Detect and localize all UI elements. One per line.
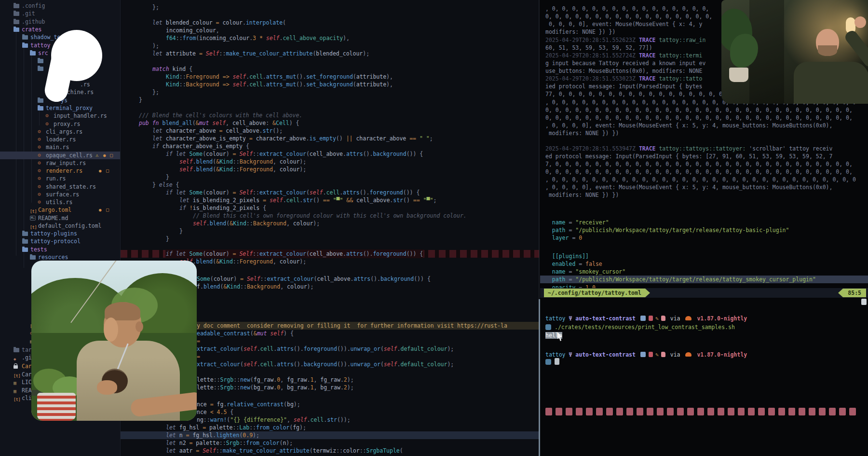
code-line[interactable]: let is_blending_2_pixels = self.cell.str…: [121, 196, 539, 204]
code-line[interactable]: }: [121, 227, 539, 235]
tree-item-proxy-rs[interactable]: ⚙proxy.rs: [0, 120, 121, 128]
tree-item-readme-md[interactable]: M↓README.md: [0, 214, 121, 222]
tree-item-surface-rs[interactable]: ⚙surface.rs: [0, 191, 121, 198]
code-line[interactable]: let attribute = Self::make_true_colour_a…: [121, 50, 539, 57]
pane-divider-scrollbar[interactable]: [539, 299, 540, 456]
code-line[interactable]: let aatr = Self::make_true_colour_attrib…: [121, 447, 539, 455]
striped-flower-pot: [37, 393, 76, 421]
colour-swatch: [829, 408, 836, 415]
tree-item-tattoy-plugins[interactable]: tattoy-plugins: [0, 230, 121, 237]
colour-swatch: [799, 408, 805, 415]
tree-item-tests[interactable]: tests: [0, 246, 121, 253]
code-line[interactable]: }: [121, 173, 539, 181]
tree-item-resources[interactable]: resources: [0, 253, 121, 261]
warn-badge-icon: ⚠: [95, 152, 98, 159]
scrollbar-thumb[interactable]: [861, 299, 867, 305]
tree-item-github[interactable]: .github: [0, 18, 121, 26]
rust-icon: ⚙: [38, 192, 41, 197]
tree-item-run-rs[interactable]: ⚙run.rs: [0, 175, 121, 182]
tree-item-label: opaque_cell.rs: [46, 152, 93, 159]
statusline-position: 85:5: [843, 289, 866, 297]
code-line[interactable]: if let Some(colour) = Self::extract_colo…: [121, 250, 539, 258]
code-line[interactable]: );: [121, 42, 539, 50]
tree-item-config[interactable]: .config: [0, 2, 121, 10]
tree-item-loader-rs[interactable]: ⚙loader.rs: [0, 136, 121, 143]
tree-item-label: Cargo.toml: [38, 206, 71, 214]
colour-swatch: [697, 408, 704, 415]
code-line[interactable]: }: [121, 96, 539, 104]
shell-cursor-line[interactable]: [545, 358, 559, 366]
tree-item-cli-args-rs[interactable]: ⚙cli_args.rs: [0, 128, 121, 136]
colour-swatch: [566, 408, 572, 415]
rust-icon: ⚙: [38, 168, 41, 173]
code-line[interactable]: Kind::Foreground => self.cell.attrs_mut(…: [121, 73, 539, 81]
block-cursor: [555, 358, 559, 365]
terminal-line: layer = 0: [545, 234, 582, 242]
tree-item-tattoy-protocol[interactable]: tattoy-protocol: [0, 237, 121, 245]
terminal-line: 2025-04-29T20:28:51.552724Z TRACE tattoy…: [545, 52, 702, 59]
terminal-line: 2025-04-29T20:28:51.553023Z TRACE tattoy…: [545, 75, 702, 83]
code-line[interactable]: let character_above = cell_above.str();: [121, 127, 539, 135]
code-line[interactable]: self.blend(&Kind::Background, colour);: [121, 158, 539, 166]
terminal-line: 60, 51, 53, 59, 53, 59, 52, 77]): [545, 44, 652, 52]
colour-swatch: [637, 408, 643, 415]
colour-swatch: [758, 408, 765, 415]
shell-prompt[interactable]: tattoy Ψ auto-text-contrast ✎ via v1.87.…: [545, 315, 747, 322]
code-line[interactable]: f64::from(incoming_colour.3 * self.cell_…: [121, 34, 539, 42]
code-line[interactable]: /// Blend the cell's colours with the ce…: [121, 111, 539, 119]
code-line[interactable]: // Blend this cell's own foreground colo…: [121, 212, 539, 220]
blob-join: [52, 41, 83, 71]
tree-item-renderer-rs[interactable]: ⚙renderer.rs●□: [0, 167, 121, 175]
tree-item-default-config-toml[interactable]: [t]default_config.toml: [0, 222, 121, 230]
code-line[interactable]: };: [121, 88, 539, 96]
code-line[interactable]: if let Some(colour) = Self::extract_colo…: [121, 150, 539, 158]
rust-icon: ⚙: [38, 137, 41, 142]
code-line[interactable]: };: [121, 3, 539, 11]
code-line[interactable]: self.blend(&Kind::Background, colour);: [121, 220, 539, 227]
tree-item-raw-input-rs[interactable]: ⚙raw_input.rs: [0, 159, 121, 167]
terminal-line: 0, 0, 0, 0, 0, 0, 0, 0, 0, 0, 0, 0, 0, 0…: [545, 13, 712, 20]
tree-item-label: cli_args.rs: [46, 128, 82, 136]
tree-item-cargo-toml[interactable]: [t]Cargo.toml●□: [0, 206, 121, 214]
folder-open-icon: [38, 106, 43, 111]
tree-item-opaque-cell-rs[interactable]: ⚙opaque_cell.rs⚠●□: [0, 152, 121, 159]
code-line[interactable]: self.blend(&Kind::Foreground, colour);: [121, 166, 539, 173]
code-line[interactable]: incoming_colour,: [121, 27, 539, 34]
shell-command[interactable]: ./crates/tests/resources/print_low_contr…: [545, 323, 735, 331]
terminal-line: g input because Tattoy received a known …: [545, 59, 705, 67]
code-line[interactable]: let fg_hsl = palette::Lab::from_color(fg…: [121, 424, 539, 431]
code-line[interactable]: if character_above_is_empty {: [121, 142, 539, 150]
shell-prompt[interactable]: tattoy Ψ auto-text-contrast ✎ via v1.87.…: [545, 351, 747, 359]
code-line[interactable]: let blended_colour = colour.interpolate(: [121, 19, 539, 27]
tree-item-input-handler-rs[interactable]: ⚙input_handler.rs: [0, 112, 121, 120]
code-line[interactable]: } else {: [121, 181, 539, 189]
colour-swatch: [667, 408, 674, 415]
code-line[interactable]: if !is_blending_2_pixels {: [121, 204, 539, 212]
trash-icon: [649, 316, 653, 321]
terminal-line: 0, 0, 0, 0, 0, 0, 0, 0, 0, 0, 0, 0, 0, 0…: [545, 114, 853, 122]
code-line[interactable]: let n2 = palette::Srgb::from_color(n);: [121, 439, 539, 447]
tree-item-label: .git: [22, 10, 35, 17]
sq-badge-icon: □: [106, 206, 109, 214]
code-line[interactable]: if let Some(colour) = Self::extract_colo…: [121, 189, 539, 196]
colour-swatch: [596, 408, 603, 415]
code-line[interactable]: match kind {: [121, 65, 539, 73]
tree-item-utils-rs[interactable]: ⚙utils.rs: [0, 198, 121, 206]
code-line[interactable]: let n = fg_hsl.lighten(0.9);: [121, 431, 539, 439]
code-line[interactable]: }: [121, 235, 539, 243]
pencil-icon: ✎: [655, 351, 659, 358]
doc-icon: [661, 316, 665, 321]
tree-item-main-rs[interactable]: ⚙main.rs: [0, 143, 121, 151]
code-line[interactable]: pub fn blend_all(&mut self, cell_above: …: [121, 119, 539, 127]
tree-item-label: run.rs: [46, 175, 66, 182]
colour-swatch: [748, 408, 755, 415]
code-line[interactable]: let character_above_is_empty = character…: [121, 135, 539, 142]
tree-item-shared-state-rs[interactable]: ⚙shared_state.rs: [0, 183, 121, 191]
plant-pot: [729, 68, 748, 82]
code-line[interactable]: Kind::Background => self.cell.attrs_mut(…: [121, 81, 539, 88]
sq-badge-icon: □: [106, 167, 109, 175]
terminal-line: ied protocol message: Input(ParsedInput …: [545, 83, 702, 90]
terminal-line: 2025-04-29T20:28:51.552623Z TRACE tattoy…: [545, 36, 705, 44]
tree-item-git[interactable]: .git: [0, 10, 121, 17]
tree-item-terminal-proxy[interactable]: terminal_proxy: [0, 104, 121, 112]
